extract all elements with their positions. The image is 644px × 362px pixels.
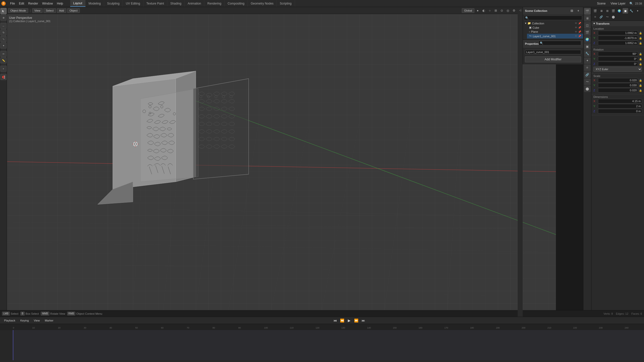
props-tab-output-icon[interactable]: 🖥 <box>584 15 591 22</box>
tab-layout[interactable]: Layout <box>70 0 86 7</box>
transform-header[interactable]: ▾ Transform <box>591 21 644 26</box>
props-tab-render[interactable]: 🎬 <box>592 8 598 14</box>
cube-visibility[interactable]: 👁 📌 <box>575 26 581 29</box>
right-bar-icon-1[interactable]: ◁ <box>518 8 522 12</box>
rotation-x-lock[interactable]: 🔒 <box>639 53 642 55</box>
props-tab-view-layer[interactable]: ⊞ <box>604 8 610 14</box>
tool-cursor[interactable]: ⊕ <box>1 15 7 21</box>
props-tab-modifier[interactable]: 🔧 <box>629 8 634 14</box>
scene-name[interactable]: Scene <box>595 1 608 6</box>
timeline-marker-menu[interactable]: Marker <box>43 318 55 323</box>
curve-visibility[interactable]: 👁 📌 <box>575 35 581 37</box>
add-modifier-btn[interactable]: Add Modifier <box>525 56 581 62</box>
jump-to-start-btn[interactable]: ⏮ <box>333 318 338 323</box>
outliner-new[interactable]: + <box>576 8 581 14</box>
scale-x-value[interactable]: 0.020 <box>598 78 638 83</box>
outliner-item-collection[interactable]: ▾ 📁 Collection 👁 📌 <box>523 21 583 25</box>
rotation-y-lock[interactable]: 🔒 <box>639 58 642 60</box>
menu-help[interactable]: Help <box>55 1 65 6</box>
viewport-select-btn[interactable]: Select <box>44 8 56 13</box>
rotation-x-value[interactable]: 90° <box>598 52 638 56</box>
viewport-overlay-btn[interactable]: ⊞ <box>493 8 499 13</box>
viewport-proportional-edit[interactable]: ◎ <box>505 8 511 13</box>
props-tab-part-icon[interactable]: ✦ <box>584 57 591 64</box>
collection-visibility[interactable]: 👁 📌 <box>575 22 581 25</box>
play-btn[interactable]: ▶ <box>347 318 352 323</box>
outliner-search-input[interactable] <box>524 16 582 20</box>
props-tab-scene[interactable]: 🎬 <box>611 8 616 14</box>
global-selector[interactable]: Global <box>462 8 474 13</box>
tab-sculpting[interactable]: Sculpting <box>104 0 123 7</box>
rotation-mode-select[interactable]: XYZ Euler XZY Euler Quaternion <box>593 67 642 72</box>
viewport-object-btn[interactable]: Object <box>67 8 80 13</box>
scale-z-value[interactable]: 0.020 <box>598 88 638 93</box>
tool-annotate[interactable]: ✏ <box>1 51 7 57</box>
tab-shading[interactable]: Shading <box>167 0 185 7</box>
props-tab-render-icon[interactable]: 🎬 <box>584 8 591 15</box>
tab-uv-editing[interactable]: UV Editing <box>123 0 143 7</box>
props-tab-mat-icon[interactable]: ⬤ <box>584 86 591 92</box>
props-tab-constraints[interactable]: 🔗 <box>598 14 604 20</box>
viewport-view-btn[interactable]: View <box>32 8 43 13</box>
outliner-item-curve[interactable]: 〜 Layer1_curve_001 👁 📌 <box>527 34 583 38</box>
props-tab-mod-icon[interactable]: 🔧 <box>584 50 591 57</box>
menu-file[interactable]: File <box>8 1 17 6</box>
rotation-z-lock[interactable]: 🔒 <box>639 63 642 65</box>
tool-transform[interactable]: ✦ <box>1 43 7 49</box>
props-tab-world[interactable]: 🌍 <box>617 8 622 14</box>
timeline-view-menu[interactable]: View <box>32 318 42 323</box>
outliner-item-cube[interactable]: ▣ Cube 👁 📌 <box>527 25 583 30</box>
menu-window[interactable]: Window <box>40 1 55 6</box>
dims-y-value[interactable]: 2 m <box>598 104 642 108</box>
location-z-value[interactable]: 1.0052 m <box>598 41 638 45</box>
menu-render[interactable]: Render <box>26 1 40 6</box>
modifier-search-input[interactable] <box>539 41 581 45</box>
search-btn[interactable]: 🔍 <box>628 1 634 6</box>
viewport-snap-btn[interactable]: ⊙ <box>499 8 505 13</box>
props-tab-data[interactable]: 〜 <box>604 14 610 20</box>
viewport-3d[interactable]: User Perspective (1) Collection | Layer1… <box>7 14 556 317</box>
jump-to-end-btn[interactable]: ⏭ <box>361 318 366 323</box>
scale-y-lock[interactable]: 🔒 <box>639 84 642 87</box>
location-x-value[interactable]: 1.0992 m <box>598 31 638 35</box>
tab-scripting[interactable]: Scripting <box>277 0 295 7</box>
tool-snap[interactable]: 🧲 <box>1 74 7 80</box>
object-mode-btn[interactable]: Object Mode <box>8 8 28 13</box>
viewport-shading-solid[interactable]: ● <box>475 8 480 13</box>
timeline-keying-menu[interactable]: Keying <box>18 318 31 323</box>
location-y-value[interactable]: -1.8079 m <box>598 36 638 40</box>
props-tab-output[interactable]: 🖥 <box>598 8 604 14</box>
tool-add-cube[interactable]: + <box>1 66 7 72</box>
props-tab-object[interactable]: ▣ <box>623 8 628 14</box>
props-tab-data-icon[interactable]: 〜 <box>584 78 591 85</box>
menu-edit[interactable]: Edit <box>17 1 26 6</box>
tab-compositing[interactable]: Compositing <box>224 0 248 7</box>
props-tab-particles[interactable]: ✦ <box>635 8 640 14</box>
tab-modeling[interactable]: Modeling <box>86 0 104 7</box>
props-tab-physics[interactable]: ⚛ <box>592 14 598 20</box>
props-tab-material[interactable]: ⬤ <box>611 14 616 20</box>
tool-select[interactable] <box>1 8 7 14</box>
timeline-playback-menu[interactable]: Playback <box>2 318 17 323</box>
timeline-scrub[interactable] <box>0 330 644 360</box>
props-tab-obj-icon[interactable]: ▣ <box>584 43 591 50</box>
props-tab-view-icon[interactable]: ◫ <box>584 22 591 29</box>
tool-rotate[interactable]: ↻ <box>1 29 7 35</box>
tool-measure[interactable]: 📏 <box>1 57 7 63</box>
tab-texture-paint[interactable]: Texture Paint <box>143 0 167 7</box>
location-z-lock[interactable]: 🔒 <box>639 42 642 45</box>
tool-scale[interactable]: ⤡ <box>1 36 7 42</box>
viewport-shading-rendered[interactable]: ○ <box>487 8 493 13</box>
props-tab-const-icon[interactable]: 🔗 <box>584 71 591 78</box>
rotation-y-value[interactable]: 0° <box>598 57 638 61</box>
rotation-z-value[interactable]: 0° <box>598 62 638 66</box>
scale-x-lock[interactable]: 🔒 <box>639 79 642 82</box>
viewport-add-btn[interactable]: Add <box>57 8 66 13</box>
dims-z-value[interactable]: 0 m <box>598 109 642 113</box>
viewport-options-btn[interactable]: ⚙ <box>511 8 517 13</box>
outliner-item-plane[interactable]: ▫ Plane 👁 📌 <box>527 30 583 34</box>
viewport-shading-material[interactable]: ◐ <box>481 8 486 13</box>
tab-geometry-nodes[interactable]: Geometry Nodes <box>248 0 277 7</box>
location-y-lock[interactable]: 🔒 <box>639 37 642 39</box>
outliner-filter[interactable]: ⊟ <box>569 8 575 14</box>
